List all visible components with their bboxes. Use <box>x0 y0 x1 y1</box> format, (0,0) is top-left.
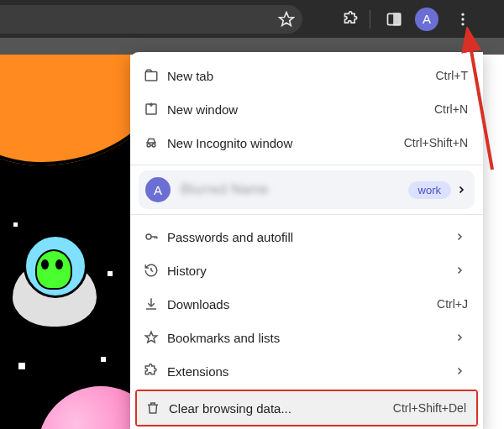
menu-item-passwords[interactable]: Passwords and autofill <box>130 220 483 254</box>
menu-item-shortcut: Ctrl+N <box>434 102 468 116</box>
menu-separator <box>130 214 483 215</box>
menu-item-clear-browsing-data[interactable]: Clear browsing data... Ctrl+Shift+Del <box>137 391 476 425</box>
annotation-highlight-box: Clear browsing data... Ctrl+Shift+Del <box>135 390 478 426</box>
new-tab-icon <box>144 68 167 83</box>
menu-item-new-tab[interactable]: New tab Ctrl+T <box>130 59 483 92</box>
svg-point-10 <box>146 234 151 239</box>
svg-rect-2 <box>394 13 401 24</box>
menu-profile-row[interactable]: A Blurred Name work <box>139 170 475 209</box>
bookmark-star-icon[interactable] <box>274 11 299 28</box>
app-window: A New tab C <box>0 0 504 429</box>
menu-item-label: Bookmarks and lists <box>167 331 448 345</box>
menu-item-extensions[interactable]: Extensions <box>130 354 483 388</box>
svg-rect-6 <box>145 72 157 81</box>
menu-item-label: New window <box>167 102 434 117</box>
menu-item-shortcut: Ctrl+Shift+Del <box>393 401 466 415</box>
menu-separator <box>130 165 483 165</box>
menu-item-shortcut: Ctrl+T <box>436 69 469 82</box>
side-panel-icon[interactable] <box>382 11 406 28</box>
key-icon <box>144 229 167 244</box>
svg-point-3 <box>461 13 464 15</box>
page-illustration <box>0 55 130 429</box>
chevron-right-icon <box>454 332 468 343</box>
profile-name: Blurred Name <box>181 182 408 197</box>
chrome-app-menu: New tab Ctrl+T New window Ctrl+N New Inc… <box>130 52 483 429</box>
trash-icon <box>145 400 169 416</box>
svg-point-8 <box>147 144 150 147</box>
svg-point-9 <box>152 144 155 147</box>
chrome-menu-button[interactable] <box>449 5 477 34</box>
bookmark-star-icon <box>144 330 167 345</box>
menu-item-downloads[interactable]: Downloads Ctrl+J <box>130 287 483 321</box>
menu-item-label: Passwords and autofill <box>167 230 448 244</box>
menu-item-label: Clear browsing data... <box>169 401 393 416</box>
svg-point-4 <box>461 18 464 20</box>
omnibox[interactable] <box>0 5 302 34</box>
menu-item-label: History <box>167 264 448 278</box>
extensions-puzzle-icon[interactable] <box>339 11 363 28</box>
chevron-right-icon <box>454 265 468 275</box>
history-icon <box>144 263 167 278</box>
browser-toolbar: A <box>0 0 504 38</box>
profile-avatar: A <box>145 177 171 202</box>
menu-item-new-window[interactable]: New window Ctrl+N <box>130 92 483 126</box>
incognito-icon <box>144 135 167 150</box>
profile-badge: work <box>408 181 451 199</box>
menu-item-shortcut: Ctrl+Shift+N <box>404 136 468 149</box>
menu-item-label: New tab <box>167 69 436 83</box>
extensions-puzzle-icon <box>144 364 167 379</box>
chevron-right-icon <box>454 366 468 376</box>
menu-item-shortcut: Ctrl+J <box>437 297 468 311</box>
download-icon <box>144 296 167 311</box>
menu-item-label: Downloads <box>167 297 437 311</box>
menu-item-bookmarks[interactable]: Bookmarks and lists <box>130 321 483 354</box>
chevron-right-icon <box>456 185 466 195</box>
avatar-letter: A <box>154 183 162 197</box>
menu-item-label: New Incognito window <box>167 136 404 150</box>
toolbar-divider <box>370 10 370 29</box>
menu-item-new-incognito[interactable]: New Incognito window Ctrl+Shift+N <box>130 126 483 160</box>
menu-item-history[interactable]: History <box>130 254 483 287</box>
new-window-icon <box>144 102 167 117</box>
chevron-right-icon <box>454 232 468 242</box>
avatar-letter: A <box>423 12 431 26</box>
svg-marker-11 <box>145 332 157 343</box>
svg-marker-0 <box>280 12 294 25</box>
svg-point-5 <box>461 23 464 25</box>
menu-item-label: Extensions <box>167 364 448 379</box>
profile-avatar[interactable]: A <box>415 8 438 31</box>
